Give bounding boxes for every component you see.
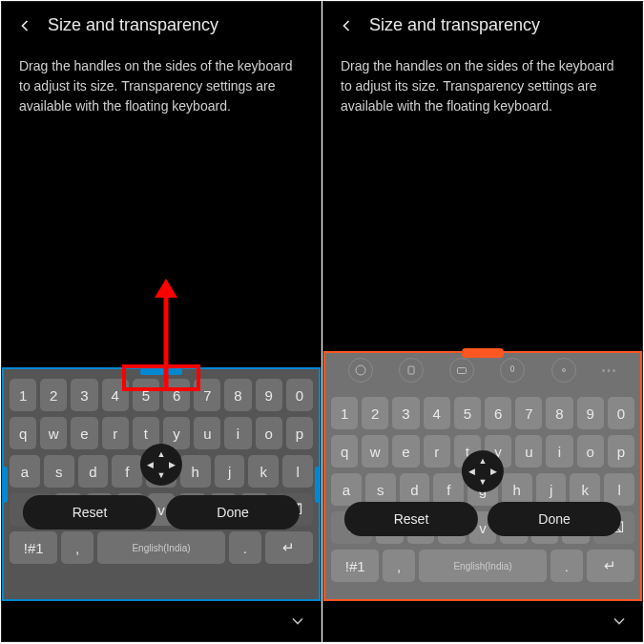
dpad-left-icon: ◀: [147, 460, 154, 469]
svg-point-13: [562, 369, 565, 372]
key-0[interactable]: 0: [608, 397, 634, 429]
dpad-left-icon: ◀: [468, 467, 475, 476]
key-8[interactable]: 8: [546, 397, 572, 429]
back-icon[interactable]: [337, 16, 356, 35]
overlay-controls: ▲ ▼ ◀ ▶ Reset Done: [335, 450, 631, 536]
dpad-up-icon: ▲: [157, 449, 166, 459]
resize-handle-left[interactable]: [2, 467, 8, 503]
resize-handle-right[interactable]: [315, 467, 321, 503]
page-title: Size and transparency: [48, 15, 218, 35]
keyboard-toolbar-inset: •••: [325, 353, 640, 387]
key-4[interactable]: 4: [424, 397, 450, 429]
back-icon[interactable]: [15, 16, 34, 35]
symbols-key[interactable]: !#1: [331, 550, 379, 582]
key-3[interactable]: 3: [392, 397, 419, 429]
svg-rect-10: [408, 366, 414, 374]
overlay-controls: ▲ ▼ ◀ ▶ Reset Done: [13, 444, 309, 530]
done-button[interactable]: Done: [488, 502, 621, 536]
key-8[interactable]: 8: [224, 379, 251, 411]
keyboard-preview: 1234567890 qwertyuiop asdfghjkl ⇧ zxcvbn…: [2, 367, 321, 601]
key-0[interactable]: 0: [286, 379, 313, 411]
keyboard-mode-icon[interactable]: [449, 358, 474, 383]
hide-keyboard-icon[interactable]: [610, 612, 629, 631]
hide-keyboard-icon[interactable]: [288, 612, 307, 631]
svg-rect-12: [511, 366, 514, 372]
header-bar: Size and transparency: [323, 2, 642, 43]
svg-point-9: [356, 365, 365, 375]
dpad-down-icon: ▼: [479, 477, 488, 487]
key-1[interactable]: 1: [10, 379, 36, 411]
key-3[interactable]: 3: [71, 379, 97, 411]
key-7[interactable]: 7: [515, 397, 542, 429]
symbols-key[interactable]: !#1: [10, 531, 57, 564]
mic-icon[interactable]: [500, 358, 525, 383]
dpad-right-icon: ▶: [169, 460, 176, 469]
enter-key[interactable]: ↵: [265, 531, 313, 564]
key-9[interactable]: 9: [577, 397, 604, 429]
move-dpad[interactable]: ▲ ▼ ◀ ▶: [140, 444, 182, 486]
description-text: Drag the handles on the sides of the key…: [323, 43, 642, 116]
key-5[interactable]: 5: [454, 397, 481, 429]
spacebar-row: !#1 , English(India) . ↵: [331, 550, 634, 582]
svg-marker-1: [155, 279, 177, 298]
reset-button[interactable]: Reset: [344, 502, 478, 536]
highlight-box-annotation: [122, 364, 200, 391]
dpad-up-icon: ▲: [479, 456, 488, 466]
svg-rect-11: [458, 368, 467, 374]
comma-key[interactable]: ,: [383, 550, 415, 582]
period-key[interactable]: .: [229, 531, 261, 564]
done-button[interactable]: Done: [166, 495, 300, 530]
number-row: 1234567890: [331, 397, 634, 429]
key-2[interactable]: 2: [362, 397, 388, 429]
nav-bar: [2, 601, 321, 641]
dpad-down-icon: ▼: [157, 470, 166, 480]
key-2[interactable]: 2: [40, 379, 67, 411]
period-key[interactable]: .: [551, 550, 583, 582]
settings-icon[interactable]: [551, 358, 576, 383]
clipboard-icon[interactable]: [399, 358, 424, 383]
spacebar[interactable]: English(India): [419, 550, 547, 582]
nav-bar: [323, 601, 642, 641]
key-6[interactable]: 6: [485, 397, 511, 429]
spacebar[interactable]: English(India): [97, 531, 225, 564]
key-9[interactable]: 9: [256, 379, 282, 411]
emoji-icon[interactable]: [348, 358, 373, 383]
key-1[interactable]: 1: [331, 397, 358, 429]
description-text: Drag the handles on the sides of the key…: [2, 43, 321, 116]
comma-key[interactable]: ,: [61, 531, 93, 564]
page-title: Size and transparency: [369, 15, 540, 35]
screenshot-left: Size and transparency Drag the handles o…: [1, 1, 322, 642]
spacebar-row: !#1 , English(India) . ↵: [10, 531, 313, 564]
screenshot-right: Size and transparency Drag the handles o…: [322, 1, 643, 642]
keyboard-preview: ••• 1234567890 qwertyuiop asdfghjkl ⇧ zx…: [323, 351, 642, 601]
reset-button[interactable]: Reset: [23, 495, 156, 530]
dpad-right-icon: ▶: [490, 467, 497, 476]
header-bar: Size and transparency: [2, 2, 321, 43]
enter-key[interactable]: ↵: [587, 550, 634, 582]
resize-handle-top[interactable]: [462, 348, 504, 358]
more-icon[interactable]: •••: [602, 365, 618, 376]
move-dpad[interactable]: ▲ ▼ ◀ ▶: [462, 450, 504, 492]
